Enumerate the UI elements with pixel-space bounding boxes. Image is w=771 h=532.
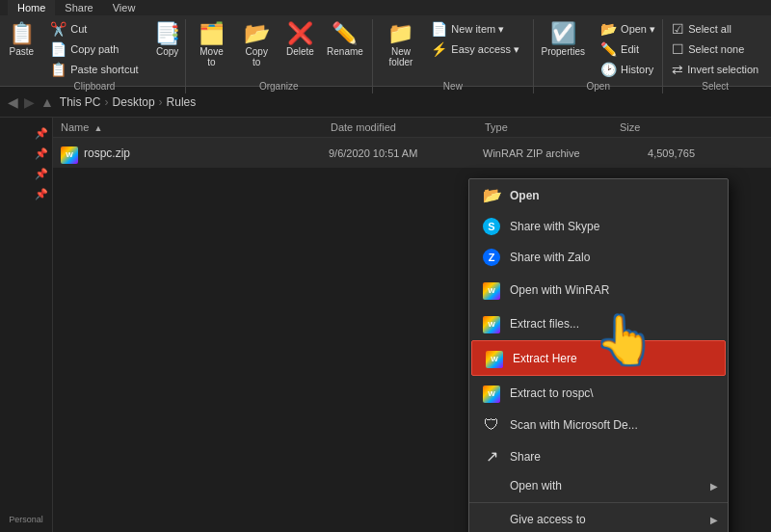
file-size: 4,509,765 <box>618 147 695 159</box>
nav-back-icon[interactable]: ◀ <box>8 94 18 110</box>
ctx-share-icon: ↗ <box>483 447 500 466</box>
sidebar-pin-4[interactable]: 📌 <box>31 186 52 202</box>
ctx-open-winrar[interactable]: W Open with WinRAR <box>469 273 728 306</box>
ctx-extract-files[interactable]: W Extract files... <box>469 306 728 340</box>
nav-up-icon[interactable]: ▲ <box>40 94 54 110</box>
ctx-scan-defender[interactable]: 🛡 Scan with Microsoft De... <box>469 410 728 440</box>
history-label: History <box>621 64 653 75</box>
open-small-buttons: 📂 Open ▾ ✏️ Edit 🕑 History <box>595 19 661 79</box>
tab-home[interactable]: Home <box>8 0 55 15</box>
select-small-buttons: ☑ Select all ☐ Select none ⇄ Invert sele… <box>666 19 764 79</box>
paste-shortcut-button[interactable]: 📋 Paste shortcut <box>44 60 144 79</box>
new-item-icon: 📄 <box>431 21 447 37</box>
nav-forward-icon[interactable]: ▶ <box>24 94 35 110</box>
select-group-label: Select <box>702 79 729 93</box>
select-all-label: Select all <box>688 23 731 35</box>
easy-access-button[interactable]: ⚡ Easy access ▾ <box>425 40 525 59</box>
ctx-open[interactable]: 📂 Open <box>469 179 728 211</box>
table-row[interactable]: W rospc.zip 9/6/2020 10:51 AM WinRAR ZIP… <box>53 138 771 168</box>
select-all-button[interactable]: ☑ Select all <box>666 19 764 39</box>
sidebar-pin-1[interactable]: 📌 <box>31 125 52 142</box>
move-to-button[interactable]: 🗂️ Move to <box>191 19 232 71</box>
ctx-zalo-icon: Z <box>483 249 500 266</box>
easy-access-label: Easy access ▾ <box>451 43 519 56</box>
ribbon-group-new: 📁 New folder 📄 New item ▾ ⚡ Easy access … <box>373 19 535 93</box>
history-button[interactable]: 🕑 History <box>595 60 661 79</box>
breadcrumb-desktop[interactable]: Desktop <box>113 95 155 109</box>
open-group-label: Open <box>587 79 610 93</box>
ctx-open-with[interactable]: Open with ▶ <box>469 472 728 499</box>
organize-group-label: Organize <box>259 79 299 93</box>
header-name[interactable]: Name ▲ <box>61 121 331 133</box>
open-button[interactable]: 📂 Open ▾ <box>595 19 661 39</box>
cut-icon: ✂️ <box>50 21 66 37</box>
ctx-extract-to[interactable]: W Extract to rospc\ <box>469 376 728 410</box>
file-date: 9/6/2020 10:51 AM <box>329 147 483 159</box>
tab-view[interactable]: View <box>103 0 146 15</box>
copy-button[interactable]: 📑 Copy <box>148 19 187 61</box>
ribbon-group-clipboard: 📋 Paste ✂️ Cut 📄 Copy path 📋 Paste short… <box>4 19 186 93</box>
header-type[interactable]: Type <box>485 121 620 133</box>
edit-icon: ✏️ <box>600 41 617 57</box>
ctx-winrar-icon: W <box>483 279 500 300</box>
ctx-extract-here-label: Extract Here <box>513 352 577 365</box>
header-size[interactable]: Size <box>620 121 697 133</box>
ctx-extract-to-icon: W <box>483 383 500 403</box>
open-icon: 📂 <box>600 21 617 37</box>
move-to-label: Move to <box>197 46 226 67</box>
move-to-icon: 🗂️ <box>199 23 225 44</box>
sidebar-pin-3[interactable]: 📌 <box>31 166 52 182</box>
select-all-icon: ☑ <box>672 21 684 37</box>
ctx-share-zalo[interactable]: Z Share with Zalo <box>469 242 728 273</box>
header-date[interactable]: Date modified <box>331 121 485 133</box>
rename-button[interactable]: ✏️ Rename <box>323 19 366 61</box>
ribbon-group-organize: 🗂️ Move to 📂 Copy to ❌ Delete ✏️ Rename … <box>186 19 373 93</box>
cut-button[interactable]: ✂️ Cut <box>44 19 144 39</box>
copy-label: Copy <box>156 46 178 57</box>
invert-selection-label: Invert selection <box>687 64 758 75</box>
invert-selection-button[interactable]: ⇄ Invert selection <box>666 60 764 79</box>
select-none-button[interactable]: ☐ Select none <box>666 40 764 59</box>
clipboard-items: 📋 Paste ✂️ Cut 📄 Copy path 📋 Paste short… <box>2 19 186 79</box>
edit-button[interactable]: ✏️ Edit <box>595 40 661 59</box>
breadcrumb-sep-1: › <box>105 95 109 109</box>
new-folder-label: New folder <box>386 46 416 67</box>
open-label: Open ▾ <box>621 23 655 36</box>
ctx-open-winrar-label: Open with WinRAR <box>510 283 609 297</box>
easy-access-icon: ⚡ <box>431 41 447 57</box>
sidebar: 📌 📌 📌 📌 Personal <box>0 118 53 532</box>
ctx-extract-files-icon: W <box>483 313 500 333</box>
ribbon-group-open: ☑️ Properties 📂 Open ▾ ✏️ Edit 🕑 History <box>534 19 663 93</box>
new-item-button[interactable]: 📄 New item ▾ <box>425 19 525 39</box>
ctx-give-access[interactable]: Give access to ▶ <box>469 506 728 532</box>
ctx-extract-files-label: Extract files... <box>510 317 579 331</box>
ctx-share-skype[interactable]: S Share with Skype <box>469 211 728 242</box>
new-folder-button[interactable]: 📁 New folder <box>381 19 422 71</box>
invert-selection-icon: ⇄ <box>672 62 683 77</box>
file-type: WinRAR ZIP archive <box>483 147 618 159</box>
ctx-open-with-arrow: ▶ <box>710 481 718 492</box>
copy-path-button[interactable]: 📄 Copy path <box>44 40 144 59</box>
delete-button[interactable]: ❌ Delete <box>280 19 319 61</box>
new-folder-icon: 📁 <box>387 23 413 44</box>
breadcrumb-rules[interactable]: Rules <box>167 95 197 109</box>
paste-shortcut-label: Paste shortcut <box>70 64 138 75</box>
sidebar-pin-2[interactable]: 📌 <box>31 146 52 162</box>
paste-button[interactable]: 📋 Paste <box>2 19 40 61</box>
new-items: 📁 New folder 📄 New item ▾ ⚡ Easy access … <box>381 19 526 79</box>
ctx-share-zalo-label: Share with Zalo <box>510 251 590 264</box>
ribbon: Home Share View 📋 Paste ✂️ Cut 📄 Copy <box>0 0 771 87</box>
ctx-give-access-label: Give access to <box>510 513 586 526</box>
properties-button[interactable]: ☑️ Properties <box>536 19 592 61</box>
edit-label: Edit <box>621 43 639 55</box>
open-items: ☑️ Properties 📂 Open ▾ ✏️ Edit 🕑 History <box>536 19 662 79</box>
ctx-share-skype-label: Share with Skype <box>510 220 599 233</box>
breadcrumb-this-pc[interactable]: This PC <box>60 95 101 109</box>
delete-icon: ❌ <box>287 23 313 44</box>
ctx-extract-to-label: Extract to rospc\ <box>510 386 594 400</box>
ctx-extract-here[interactable]: W Extract Here <box>471 340 726 376</box>
tab-share[interactable]: Share <box>55 0 102 15</box>
copy-to-button[interactable]: 📂 Copy to <box>236 19 277 71</box>
rename-icon: ✏️ <box>332 23 358 44</box>
ctx-share[interactable]: ↗ Share <box>469 440 728 472</box>
